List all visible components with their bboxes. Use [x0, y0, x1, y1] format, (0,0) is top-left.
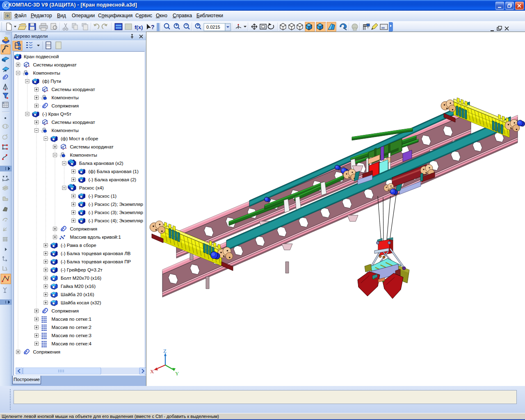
- svg-text:Сопряжения: Сопряжения: [52, 308, 79, 313]
- svg-text:X: X: [150, 368, 154, 374]
- svg-text:Кран подвесной: Кран подвесной: [24, 54, 59, 59]
- svg-text:Системы координат: Системы координат: [33, 62, 77, 67]
- svg-text:Системы координат: Системы координат: [52, 120, 96, 125]
- svg-text:Сопряжения: Сопряжения: [70, 226, 98, 231]
- svg-text:Массив по сетке:2: Массив по сетке:2: [52, 325, 91, 330]
- svg-text:(-) Рама в сборе: (-) Рама в сборе: [61, 243, 96, 248]
- svg-text:Раскос (x4): Раскос (x4): [79, 185, 104, 190]
- svg-text:(-) Балка крановая (2): (-) Балка крановая (2): [89, 177, 137, 182]
- svg-text:Массив вдоль кривой:1: Массив вдоль кривой:1: [70, 235, 121, 240]
- svg-text:Z: Z: [163, 348, 167, 354]
- svg-text:Массив по сетке:4: Массив по сетке:4: [52, 341, 92, 346]
- svg-text:(ф) Балка крановая (1): (ф) Балка крановая (1): [89, 169, 139, 174]
- svg-text:Системы координат: Системы координат: [70, 144, 114, 149]
- svg-text:Массив по сетке:3: Массив по сетке:3: [52, 333, 91, 338]
- svg-text:Компоненты: Компоненты: [52, 95, 79, 100]
- svg-text:Y: Y: [175, 370, 179, 377]
- svg-text:(-) Кран Q=5т: (-) Кран Q=5т: [42, 112, 72, 116]
- svg-text:(-) Балка торцевая крановая ЛВ: (-) Балка торцевая крановая ЛВ: [61, 251, 131, 256]
- svg-text:Сопряжения: Сопряжения: [33, 349, 61, 354]
- svg-text:Балка крановая (x2): Балка крановая (x2): [79, 161, 123, 166]
- svg-text:Шайба косая (х32): Шайба косая (х32): [61, 300, 101, 305]
- svg-text:(-) Раскос (3); Экземпляр: (-) Раскос (3); Экземпляр: [89, 210, 144, 215]
- svg-text:Гайка М20 (х16): Гайка М20 (х16): [61, 284, 96, 289]
- svg-text:(-) Раскос (4); Экземпляр: (-) Раскос (4); Экземпляр: [89, 218, 144, 223]
- svg-text:Системы координат: Системы координат: [52, 87, 96, 92]
- svg-text:Компоненты: Компоненты: [33, 71, 60, 75]
- svg-text:Шайба 20 (х16): Шайба 20 (х16): [61, 292, 94, 297]
- svg-text:Сопряжения: Сопряжения: [52, 103, 79, 108]
- svg-text:f(x): f(x): [135, 24, 143, 30]
- svg-text:Болт М20х70 (х16): Болт М20х70 (х16): [61, 276, 101, 281]
- svg-text:(-) Балка торцевая крановая ПР: (-) Балка торцевая крановая ПР: [61, 259, 131, 264]
- svg-text:(ф) Мост в сборе: (ф) Мост в сборе: [61, 136, 98, 141]
- svg-text:Компоненты: Компоненты: [52, 128, 79, 133]
- svg-text:(ф) Пути: (ф) Пути: [42, 79, 61, 84]
- svg-text:(-) Грейфер Q=3.2т: (-) Грейфер Q=3.2т: [61, 267, 103, 272]
- svg-text:?: ?: [151, 24, 155, 30]
- svg-text:(-) Раскос (1): (-) Раскос (1): [89, 194, 117, 199]
- svg-text:(-) Раскос (2); Экземпляр: (-) Раскос (2); Экземпляр: [89, 202, 144, 207]
- svg-text:Массив по сетке:1: Массив по сетке:1: [52, 317, 91, 322]
- svg-text:0.0215: 0.0215: [206, 25, 220, 30]
- svg-text:Компоненты: Компоненты: [70, 153, 97, 158]
